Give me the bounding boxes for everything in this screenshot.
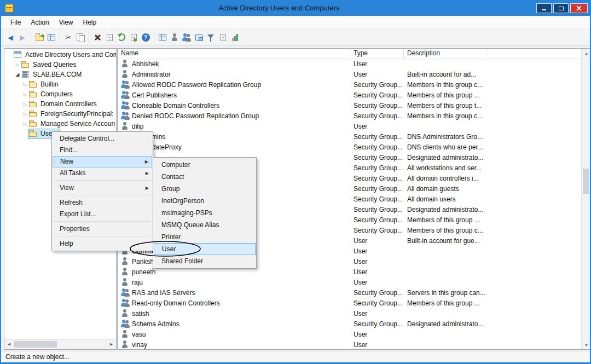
menu-action[interactable]: Action [26,16,54,29]
forward-icon[interactable]: ▶ [16,31,28,43]
list-row[interactable]: AbhishekUser [118,59,581,69]
tree-item-managed-service-accoun[interactable]: ▷Managed Service Accoun [4,119,116,129]
tree-item-computers[interactable]: ▷Computers [4,89,116,99]
cut-icon[interactable]: ✂ [62,31,74,43]
list-row[interactable]: dilipUser [118,121,581,131]
list-row[interactable]: Cert PublishersSecurity Group...Members … [118,90,581,100]
refresh-icon[interactable] [115,31,128,43]
close-button[interactable] [570,3,588,13]
copy-icon[interactable] [74,31,86,43]
toolbar-separator [154,32,154,42]
row-description: All domain guests [404,185,581,193]
minimize-button[interactable] [536,3,552,13]
new-submenu-item-inetorgperson[interactable]: InetOrgPerson [154,195,256,207]
show-console-tree-icon[interactable] [45,31,57,43]
org-chart-icon[interactable] [229,31,241,43]
menu-item-label: Refresh [60,199,83,206]
new-submenu-item-msimaging-psps[interactable]: msImaging-PSPs [154,207,256,219]
tree-item-saved-queries[interactable]: ▷Saved Queries [4,60,116,70]
list-row[interactable]: DnsAdminsSecurity Group...DNS Administra… [118,131,581,142]
scrollbar-thumb[interactable] [14,341,57,348]
context-menu-item-help[interactable]: Help [53,238,152,250]
list-row[interactable]: RAS and IAS ServersSecurity Group...Serv… [118,287,581,298]
expand-arrow-icon[interactable]: ▷ [22,92,28,97]
new-submenu-item-user[interactable]: User [154,243,256,255]
list-row[interactable]: Cloneable Domain ControllersSecurity Gro… [118,100,581,111]
new-submenu-item-msmq-queue-alias[interactable]: MSMQ Queue Alias [154,219,256,231]
new-ou-icon[interactable] [193,31,205,43]
tree-item-builtin[interactable]: ▷Builtin [4,79,116,89]
list-row[interactable]: rajuUser [118,277,581,287]
row-type: Security Group... [350,133,404,141]
context-menu-item-properties[interactable]: Properties [53,223,152,235]
column-header-description[interactable]: Description [404,49,486,59]
context-menu-item-all-tasks[interactable]: All Tasks▶ [53,167,152,179]
scrollbar-thumb[interactable] [583,169,589,194]
new-submenu-item-computer[interactable]: Computer [154,159,256,171]
context-menu-item-find[interactable]: Find... [53,145,152,156]
column-header-filler [486,49,581,59]
back-icon[interactable]: ◀ [4,31,16,43]
new-submenu-item-group[interactable]: Group [154,183,256,195]
context-menu-item-delegate-control[interactable]: Delegate Control... [53,133,152,145]
scroll-left-icon[interactable]: ◀ [4,340,14,349]
new-submenu: ComputerContactGroupInetOrgPersonmsImagi… [153,157,257,269]
tree-item-root[interactable]: Active Directory Users and Com [4,50,116,60]
new-user-icon[interactable] [169,31,181,43]
row-description: Built-in account for ad... [404,71,581,78]
row-type: Security Group... [350,320,404,328]
column-header-type[interactable]: Type [350,49,404,59]
row-description: Designated administrato... [404,154,581,161]
scroll-right-icon[interactable]: ▶ [107,340,116,349]
list-row[interactable]: DnsUpdateProxySecurity Group...DNS clien… [118,142,581,152]
menu-view[interactable]: View [54,16,78,29]
scroll-up-icon[interactable]: ▲ [582,49,591,57]
scroll-down-icon[interactable]: ▼ [582,340,591,349]
export-list-icon[interactable] [128,31,140,43]
expand-arrow-icon[interactable]: ▷ [22,122,28,126]
row-type: Security Group... [350,227,404,234]
up-one-level-icon[interactable] [33,31,45,43]
advanced-icon[interactable] [217,31,229,43]
new-submenu-item-printer[interactable]: Printer [154,231,256,243]
menu-file[interactable]: File [5,16,26,29]
help-icon[interactable]: ? [140,31,152,43]
list-row[interactable]: AdministratorUserBuilt-in account for ad… [118,69,581,79]
list-row[interactable]: Read-only Domain ControllersSecurity Gro… [118,298,581,308]
list-row[interactable]: Denied RODC Password Replication GroupSe… [118,111,581,121]
list-vertical-scrollbar[interactable]: ▲ ▼ [581,49,590,349]
context-menu: Delegate Control...Find...New▶All Tasks▶… [51,131,153,251]
expand-arrow-icon[interactable]: ▷ [22,102,28,107]
new-submenu-item-shared-folder[interactable]: Shared Folder [154,255,256,267]
context-menu-item-new[interactable]: New▶ [53,156,152,167]
menu-help[interactable]: Help [78,16,102,29]
collapse-arrow-icon[interactable]: ◢ [14,72,21,77]
context-menu-item-view[interactable]: View▶ [53,182,152,194]
console-icon [14,51,22,59]
list-row[interactable]: vasuUser [118,329,581,339]
view-table-icon[interactable] [157,31,169,43]
row-type: Security Group... [350,206,404,213]
maximize-button[interactable] [553,3,569,13]
new-group-icon[interactable] [181,31,193,43]
properties-icon[interactable] [103,31,115,43]
expand-arrow-icon[interactable]: ▷ [22,112,28,117]
filter-icon[interactable] [205,31,217,43]
tree-item-slab-bea-com[interactable]: ◢SLAB.BEA.COM [4,70,116,79]
tree-horizontal-scrollbar[interactable]: ◀ ▶ [4,339,116,349]
list-row[interactable]: satishUser [118,308,581,319]
tree-item-domain-controllers[interactable]: ▷Domain Controllers [4,99,116,109]
expand-arrow-icon[interactable]: ▷ [22,82,28,87]
context-menu-item-export-list[interactable]: Export List... [53,209,152,220]
close-icon [571,4,587,13]
list-row[interactable]: Allowed RODC Password Replication GroupS… [118,79,581,90]
column-header-name[interactable]: Name [118,49,350,59]
new-submenu-item-contact[interactable]: Contact [154,171,256,183]
tree-item-foreignsecurityprincipal[interactable]: ▷ForeignSecurityPrincipal: [4,109,116,119]
context-menu-item-refresh[interactable]: Refresh [53,197,152,209]
row-name-cell: Cloneable Domain Controllers [118,101,350,109]
list-row[interactable]: Schema AdminsSecurity Group...Designated… [118,319,581,329]
list-row[interactable]: vinayUser [118,339,581,349]
expand-arrow-icon[interactable]: ▷ [14,62,21,67]
delete-icon[interactable] [91,31,103,43]
